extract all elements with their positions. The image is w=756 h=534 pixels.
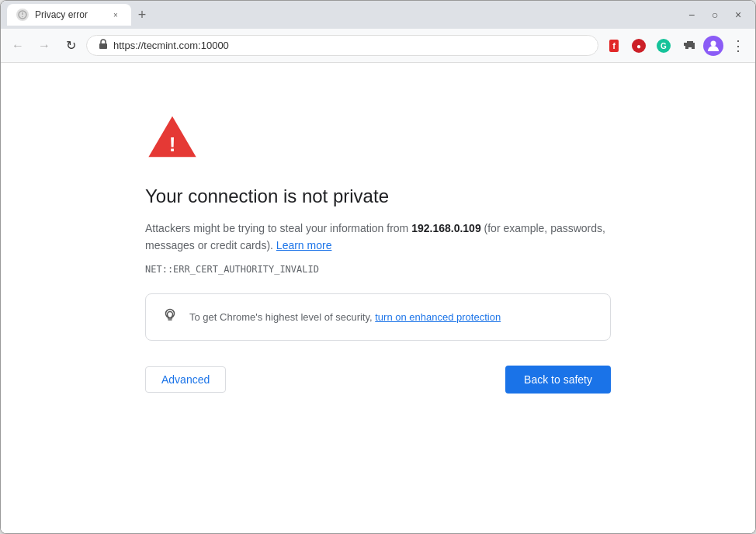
svg-text:●: ●: [636, 42, 641, 50]
maximize-button[interactable]: ○: [704, 4, 726, 26]
back-to-safety-button[interactable]: Back to safety: [505, 366, 611, 394]
user-avatar: [703, 36, 723, 56]
grammarly-icon[interactable]: G: [653, 35, 675, 57]
error-container: ! Your connection is not private Attacke…: [145, 109, 611, 394]
title-bar: Privacy error × + − ○ ×: [1, 1, 755, 29]
security-message: To get Chrome's highest level of securit…: [189, 311, 501, 323]
active-tab[interactable]: Privacy error ×: [7, 4, 131, 26]
menu-button[interactable]: ⋮: [727, 35, 749, 57]
svg-point-2: [22, 16, 23, 18]
forward-button[interactable]: →: [33, 35, 55, 57]
lock-icon: [98, 39, 109, 52]
action-buttons: Advanced Back to safety: [145, 366, 611, 394]
error-title: Your connection is not private: [145, 186, 611, 207]
new-tab-button[interactable]: +: [131, 4, 153, 26]
lastpass-icon[interactable]: ●: [628, 35, 650, 57]
window-controls: − ○ ×: [681, 4, 749, 26]
minimize-button[interactable]: −: [681, 4, 702, 26]
extensions-icon[interactable]: [678, 35, 699, 57]
svg-text:!: !: [169, 133, 176, 156]
tab-title: Privacy error: [35, 9, 103, 20]
enhanced-protection-link[interactable]: turn on enhanced protection: [375, 311, 501, 323]
security-text-part1: To get Chrome's highest level of securit…: [189, 311, 375, 323]
tab-bar: Privacy error × +: [7, 4, 678, 26]
page-content: ! Your connection is not private Attacke…: [1, 63, 755, 533]
svg-rect-3: [99, 43, 107, 49]
security-box: To get Chrome's highest level of securit…: [145, 293, 611, 341]
tab-close-button[interactable]: ×: [109, 9, 122, 21]
url-bar[interactable]: https://tecmint.com:10000: [86, 35, 598, 56]
tab-favicon: [16, 9, 29, 21]
url-text: https://tecmint.com:10000: [113, 40, 587, 51]
learn-more-link[interactable]: Learn more: [276, 239, 332, 251]
svg-text:G: G: [661, 42, 667, 50]
advanced-button[interactable]: Advanced: [145, 366, 226, 393]
error-code: NET::ERR_CERT_AUTHORITY_INVALID: [145, 264, 611, 275]
flipboard-icon[interactable]: f: [603, 35, 625, 57]
back-button[interactable]: ←: [7, 35, 29, 57]
reload-button[interactable]: ↻: [60, 35, 81, 57]
svg-point-8: [711, 40, 716, 46]
bulb-icon: [161, 307, 179, 328]
warning-icon: !: [145, 109, 199, 164]
error-description: Attackers might be trying to steal your …: [145, 220, 611, 255]
avatar-icon[interactable]: [702, 35, 724, 57]
toolbar-icons: f ● G ⋮: [603, 35, 749, 57]
close-button[interactable]: ×: [727, 4, 749, 26]
browser-window: Privacy error × + − ○ × ← → ↻ https://te…: [0, 0, 756, 534]
highlighted-domain: 192.168.0.109: [411, 222, 481, 234]
description-text-1: Attackers might be trying to steal your …: [145, 222, 411, 234]
address-bar: ← → ↻ https://tecmint.com:10000 f ● G: [1, 29, 755, 63]
